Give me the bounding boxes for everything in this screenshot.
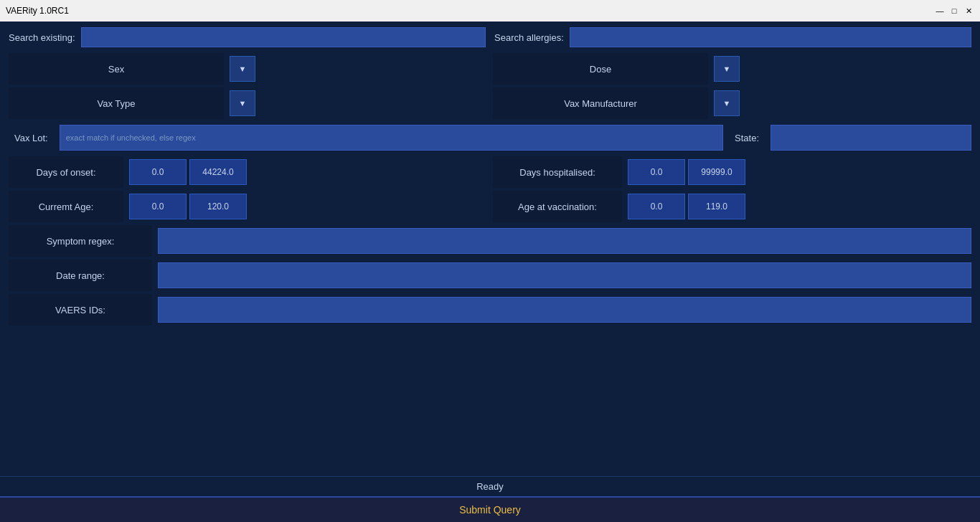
search-existing-input[interactable] [81, 27, 486, 47]
app-container: Search existing: Search allergies: Sex ▼… [0, 22, 980, 522]
date-range-row: Date range: [9, 260, 971, 291]
days-hosp-range [628, 159, 745, 185]
search-existing-label: Search existing: [9, 32, 75, 43]
date-range-label: Date range: [9, 260, 152, 291]
vaers-ids-input[interactable] [158, 297, 971, 323]
days-onset-hosp-row: Days of onset: Days hospitalised: [9, 156, 971, 188]
dose-group: Dose ▼ [493, 53, 971, 85]
search-allergies-group: Search allergies: [494, 27, 971, 47]
vax-type-label: Vax Type [9, 87, 224, 119]
status-text: Ready [476, 481, 504, 492]
sex-group: Sex ▼ [9, 53, 487, 85]
age-row: Curremt Age: Age at vaccination: [9, 191, 971, 222]
vax-manufacturer-dropdown-button[interactable]: ▼ [714, 90, 740, 116]
current-age-max[interactable] [189, 194, 247, 219]
submit-button[interactable]: Submit Query [459, 504, 521, 516]
vaers-ids-row: VAERS IDs: [9, 294, 971, 326]
search-existing-group: Search existing: [9, 27, 486, 47]
current-age-group: Curremt Age: [9, 191, 487, 222]
app-title: VAERity 1.0RC1 [6, 6, 69, 16]
current-age-range [129, 194, 247, 219]
search-allergies-input[interactable] [570, 27, 971, 47]
status-bar: Ready [0, 476, 980, 496]
titlebar: VAERity 1.0RC1 — □ ✕ [0, 0, 980, 22]
age-vaccination-group: Age at vaccination: [493, 191, 971, 222]
minimize-button[interactable]: — [934, 5, 946, 16]
sex-dose-row: Sex ▼ Dose ▼ [9, 53, 971, 85]
sex-dropdown-button[interactable]: ▼ [230, 56, 255, 82]
top-search-section: Search existing: Search allergies: [0, 22, 980, 50]
vaers-ids-label: VAERS IDs: [9, 294, 152, 326]
age-vax-max[interactable] [688, 194, 745, 219]
state-input[interactable] [771, 125, 971, 151]
sex-label: Sex [9, 53, 224, 85]
maximize-button[interactable]: □ [948, 5, 960, 16]
symptom-regex-input[interactable] [158, 228, 971, 254]
dose-label: Dose [493, 53, 708, 85]
vax-type-dropdown-button[interactable]: ▼ [230, 90, 255, 116]
vaxtype-vaxmfr-row: Vax Type ▼ Vax Manufacturer ▼ [9, 87, 971, 119]
days-onset-label: Days of onset: [9, 156, 123, 188]
vax-lot-label: Vax Lot: [9, 133, 54, 143]
symptom-row: Symptom regex: [9, 225, 971, 257]
age-vaccination-range [628, 194, 745, 219]
symptom-regex-label: Symptom regex: [9, 225, 152, 257]
days-onset-range [129, 159, 247, 185]
window-controls: — □ ✕ [934, 5, 974, 16]
days-hosp-min[interactable] [628, 159, 685, 185]
current-age-min[interactable] [129, 194, 187, 219]
dose-dropdown-button[interactable]: ▼ [714, 56, 740, 82]
age-vaccination-label: Age at vaccination: [493, 191, 622, 222]
form-area: Sex ▼ Dose ▼ Vax Type ▼ Vax Manufacturer… [0, 50, 980, 476]
days-hospitalised-label: Days hospitalised: [493, 156, 622, 188]
days-hosp-max[interactable] [688, 159, 745, 185]
vax-manufacturer-group: Vax Manufacturer ▼ [493, 87, 971, 119]
current-age-label: Curremt Age: [9, 191, 123, 222]
submit-bar[interactable]: Submit Query [0, 496, 980, 522]
days-onset-min[interactable] [129, 159, 187, 185]
vax-type-group: Vax Type ▼ [9, 87, 487, 119]
vaxlot-state-row: Vax Lot: State: [9, 122, 971, 153]
close-button[interactable]: ✕ [963, 5, 974, 16]
days-hosp-group: Days hospitalised: [493, 156, 971, 188]
vax-lot-input[interactable] [60, 125, 723, 151]
days-onset-group: Days of onset: [9, 156, 487, 188]
age-vax-min[interactable] [628, 194, 685, 219]
state-label: State: [729, 133, 765, 143]
vax-manufacturer-label: Vax Manufacturer [493, 87, 708, 119]
days-onset-max[interactable] [189, 159, 247, 185]
date-range-input[interactable] [158, 262, 971, 288]
search-allergies-label: Search allergies: [494, 32, 564, 43]
